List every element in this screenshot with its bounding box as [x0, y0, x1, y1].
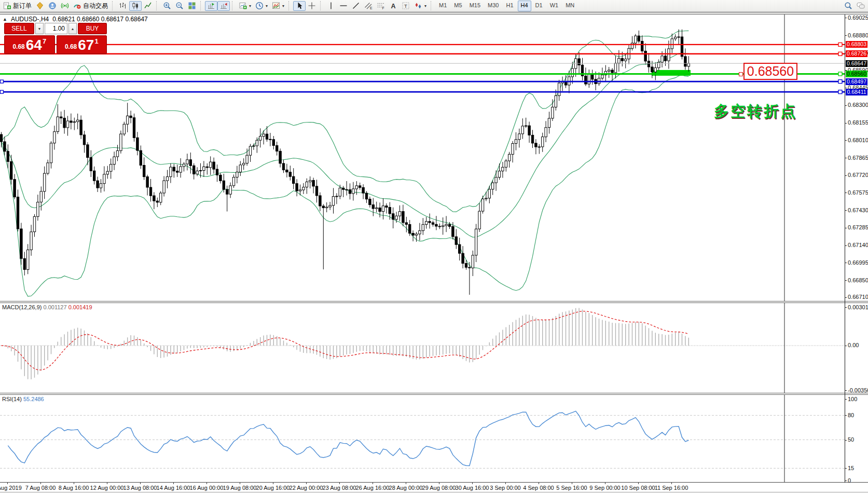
price-tick: [845, 263, 847, 263]
vertical-line-button[interactable]: [325, 1, 337, 11]
gold-badge-button[interactable]: [34, 1, 46, 11]
cursor-button[interactable]: [293, 1, 306, 11]
toolbar-separator: [156, 1, 159, 10]
horizontal-line-button[interactable]: [337, 1, 350, 11]
price-callout[interactable]: 0.68560: [743, 63, 797, 80]
equidistant-channel-button[interactable]: E: [362, 1, 375, 11]
price-axis[interactable]: [845, 15, 845, 483]
chart-shift-button[interactable]: [217, 1, 230, 11]
time-tick: [572, 483, 572, 484]
templates-button[interactable]: ▾: [270, 1, 286, 11]
timeframe-w1-button[interactable]: W1: [547, 1, 562, 11]
autotrading-button[interactable]: 自动交易: [71, 1, 110, 11]
timeframe-h4-button[interactable]: H4: [518, 1, 531, 11]
template-icon: [272, 2, 280, 10]
symbol-period-label: AUDUSD-,H4: [11, 16, 49, 23]
time-axis-border: [0, 482, 868, 483]
main-chart-panel[interactable]: [0, 15, 845, 301]
panel-divider[interactable]: [0, 301, 868, 303]
text-button[interactable]: A: [387, 1, 399, 11]
volume-input[interactable]: 1.00: [45, 23, 67, 34]
buy-price[interactable]: 0.68671: [57, 35, 107, 54]
rsi-line: [8, 411, 688, 465]
chart-top-border: [0, 12, 868, 15]
chart-window[interactable]: ▲ AUDUSD-,H4 0.68621 0.68660 0.68617 0.6…: [0, 12, 868, 494]
bar-chart-button[interactable]: [117, 1, 129, 11]
price-tick-label: 0.66850: [848, 277, 868, 284]
macd-panel[interactable]: [0, 303, 845, 393]
zoom-out-button[interactable]: [173, 1, 186, 11]
time-tick-label: 16 Aug 00:00: [190, 485, 224, 491]
price-tick-label: 0.67140: [848, 242, 868, 249]
time-tick-label: 13 Aug 08:00: [123, 485, 157, 491]
price-tick: [845, 280, 847, 281]
chart-annotation-text: 多空转折点: [711, 101, 797, 122]
time-tick: [406, 483, 406, 484]
time-tick: [373, 483, 373, 484]
time-tick-label: 14 Aug 16:00: [157, 485, 190, 491]
autoscroll-icon: [207, 2, 215, 10]
line-anchor-square: [838, 80, 842, 84]
timeframe-h1-button[interactable]: H1: [503, 1, 516, 11]
line-chart-button[interactable]: [142, 1, 154, 11]
new-chart-button[interactable]: ▾: [237, 1, 253, 11]
timeframe-m5-button[interactable]: M5: [451, 1, 465, 11]
dropdown-caret-icon: ▾: [266, 4, 268, 8]
price-tick-label: 0.66710: [848, 294, 868, 300]
price-tick-label: 0.68010: [848, 137, 868, 144]
line-anchor-square: [838, 90, 842, 94]
panel-divider[interactable]: [0, 393, 868, 395]
volume-decrease-button[interactable]: ▼: [35, 23, 44, 34]
svg-text:E: E: [370, 6, 373, 10]
crosshair-button[interactable]: [306, 1, 318, 11]
volume-increase-button[interactable]: ▲: [68, 23, 77, 34]
time-tick-label: 12 Aug 00:00: [90, 485, 124, 491]
candlestick-chart-button[interactable]: [129, 1, 142, 11]
timeframe-m1-button[interactable]: M1: [436, 1, 450, 11]
collapse-quote-panel-icon[interactable]: ▲: [3, 17, 7, 22]
fibonacci-button[interactable]: F: [375, 1, 387, 11]
price-tick: [845, 158, 847, 158]
svg-text:A: A: [391, 3, 396, 10]
rsi-tick-label: 15: [848, 465, 854, 472]
time-tick: [240, 483, 240, 484]
price-line-label: 0.68560: [846, 71, 867, 77]
auto-scroll-button[interactable]: [205, 1, 217, 11]
buy-button[interactable]: BUY: [78, 23, 107, 34]
one-click-trading-panel: SELL ▼ 1.00 ▲ BUY 0.68647 0.68671: [4, 23, 107, 54]
search-button[interactable]: [842, 1, 855, 11]
line-anchor-square: [838, 52, 842, 56]
trend-icon: [352, 2, 360, 10]
sell-price[interactable]: 0.68647: [4, 35, 55, 54]
dropdown-caret-icon: ▾: [282, 4, 284, 8]
rsi-panel[interactable]: [0, 395, 845, 482]
highlight-zone: [652, 70, 691, 76]
time-tick: [439, 483, 439, 484]
sell-button[interactable]: SELL: [4, 23, 34, 34]
rsi-tick: [845, 399, 847, 400]
chat-button[interactable]: [855, 1, 867, 11]
time-tick: [173, 483, 174, 484]
signals-button[interactable]: [59, 1, 71, 11]
community-button[interactable]: [46, 1, 59, 11]
price-tick-label: 0.67865: [848, 155, 868, 161]
periodicity-button[interactable]: ▾: [253, 1, 270, 11]
time-tick-label: 19 Aug 08:00: [223, 485, 257, 491]
price-tick: [845, 245, 847, 246]
button-label: 新订单: [13, 2, 32, 10]
timeframe-m15-button[interactable]: M15: [466, 1, 484, 11]
text-label-button[interactable]: T: [399, 1, 412, 11]
arrows-button[interactable]: ▾: [412, 1, 429, 11]
timeframe-d1-button[interactable]: D1: [532, 1, 546, 11]
toolbar-separator: [200, 1, 203, 10]
window-bottom-border: [0, 492, 868, 492]
macd-histogram: [2, 308, 689, 380]
zoom-in-button[interactable]: [161, 1, 173, 11]
trendline-button[interactable]: [350, 1, 362, 11]
time-tick: [7, 483, 8, 484]
tile-windows-button[interactable]: [186, 1, 198, 11]
timeframe-m30-button[interactable]: M30: [485, 1, 502, 11]
search-icon: [844, 2, 852, 10]
timeframe-mn-button[interactable]: MN: [562, 1, 577, 11]
new-order-button[interactable]: 新订单: [1, 1, 34, 11]
